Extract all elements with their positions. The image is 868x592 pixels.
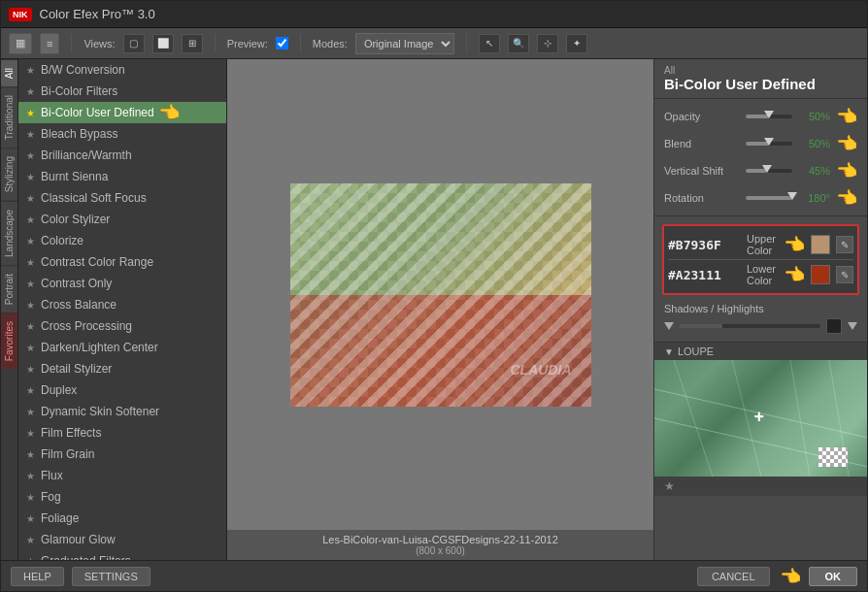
filter-contrast-color-range[interactable]: ★Contrast Color Range — [18, 251, 226, 273]
filter-detail-stylizer[interactable]: ★Detail Stylizer — [18, 358, 226, 379]
bottom-right: CANCEL 👈 OK — [697, 566, 857, 587]
filter-graduated-filters[interactable]: ★Graduated Filters — [18, 550, 226, 560]
upper-color-row: #B7936F Upper Color 👈 ✎ — [668, 230, 853, 259]
grid-view-btn[interactable]: ▦ — [9, 33, 32, 54]
toolbar: ▦ ≡ Views: ▢ ⬜ ⊞ Preview: Modes: Origina… — [1, 28, 867, 59]
zoom-tool-btn[interactable]: 🔍 — [508, 34, 529, 53]
shadows-swatch-dark — [826, 318, 842, 334]
extra-tool-btn[interactable]: ✦ — [566, 34, 587, 53]
filter-glamour-glow[interactable]: ★Glamour Glow — [18, 529, 226, 550]
vertical-shift-row: Vertical Shift 45% 👈 — [654, 157, 867, 184]
shadows-controls — [664, 318, 857, 334]
filter-bicolor-user-defined[interactable]: ★ Bi-Color User Defined 👈 — [18, 102, 226, 123]
loupe-image: + — [654, 360, 867, 477]
blend-hand-icon: 👈 — [836, 133, 857, 154]
filter-list: ★B/W Conversion ★Bi-Color Filters ★ Bi-C… — [18, 59, 227, 560]
rotation-fill — [746, 196, 792, 200]
filter-cross-processing[interactable]: ★Cross Processing — [18, 315, 226, 337]
shadows-label: Shadows / Highlights — [664, 303, 857, 314]
loupe-star-btn[interactable]: ★ — [664, 479, 675, 493]
blend-track[interactable] — [746, 142, 792, 146]
svg-line-4 — [790, 360, 810, 477]
lower-color-hex: #A23111 — [668, 268, 741, 282]
cancel-button[interactable]: CANCEL — [697, 567, 770, 586]
shadows-slider[interactable] — [680, 324, 820, 328]
loupe-header: ▼ LOUPE — [654, 342, 867, 360]
vertical-shift-thumb — [762, 165, 772, 173]
vertical-shift-track[interactable] — [746, 169, 792, 173]
preview-label: Preview: — [227, 38, 268, 49]
filter-brilliance-warmth[interactable]: ★Brilliance/Warmth — [18, 145, 226, 166]
rotation-track[interactable] — [746, 196, 792, 200]
separator-1 — [71, 34, 72, 53]
upper-color-label: Upper Color — [747, 233, 776, 256]
view-single-btn[interactable]: ▢ — [123, 34, 145, 53]
cursor-tool-btn[interactable]: ↖ — [479, 34, 500, 53]
filter-colorize[interactable]: ★Colorize — [18, 230, 226, 251]
opacity-thumb — [764, 111, 774, 118]
settings-button[interactable]: SETTINGS — [72, 567, 150, 586]
modes-label: Modes: — [313, 38, 348, 49]
cancel-hand-icon: 👈 — [780, 566, 801, 587]
filter-dynamic-skin-softener[interactable]: ★Dynamic Skin Softener — [18, 401, 226, 422]
preview-filename: Les-BiColor-van-Luisa-CGSFDesigns-22-11-… — [231, 534, 650, 545]
lower-color-edit-btn[interactable]: ✎ — [836, 266, 853, 283]
filter-foliage[interactable]: ★Foliage — [18, 508, 226, 529]
filter-burnt-sienna[interactable]: ★Burnt Sienna — [18, 166, 226, 187]
tab-favorites[interactable]: Favorites — [1, 312, 17, 369]
tab-stylizing[interactable]: Stylizing — [1, 148, 17, 200]
tab-landscape[interactable]: Landscape — [1, 201, 17, 265]
view-multi-btn[interactable]: ⊞ — [182, 34, 203, 53]
side-tabs: All Traditional Stylizing Landscape Port… — [1, 59, 18, 560]
app-title: Color Efex Pro™ 3.0 — [40, 7, 155, 21]
filter-color-stylizer[interactable]: ★Color Stylizer — [18, 209, 226, 230]
filter-cross-balance[interactable]: ★Cross Balance — [18, 294, 226, 315]
preview-image: CLAUDIA — [290, 183, 591, 407]
panel-title: Bi-Color User Defined — [664, 76, 857, 92]
panel-header: All Bi-Color User Defined — [654, 59, 867, 94]
upper-color-hex: #B7936F — [668, 238, 741, 252]
separator-4 — [466, 34, 467, 53]
filter-bicolor-filters[interactable]: ★Bi-Color Filters — [18, 81, 226, 102]
help-button[interactable]: HELP — [11, 567, 64, 586]
upper-color-swatch[interactable] — [811, 235, 830, 254]
loupe-triangle-icon: ▼ — [664, 346, 674, 357]
view-split-btn[interactable]: ⬜ — [152, 34, 174, 53]
blend-value: 50% — [796, 138, 830, 149]
views-label: Views: — [83, 38, 115, 49]
preview-area: CLAUDIA — [227, 59, 653, 530]
loupe-crosshair: + — [753, 411, 769, 426]
vertical-shift-label: Vertical Shift — [664, 165, 742, 177]
filter-darken-lighten-center[interactable]: ★Darken/Lighten Center — [18, 337, 226, 358]
list-view-btn[interactable]: ≡ — [40, 33, 59, 54]
filter-bleach-bypass[interactable]: ★Bleach Bypass — [18, 123, 226, 145]
tab-traditional[interactable]: Traditional — [1, 86, 17, 148]
lower-color-label: Lower Color — [747, 263, 776, 286]
lower-color-swatch[interactable] — [811, 265, 830, 284]
rotation-hand-icon: 👈 — [836, 187, 857, 209]
filter-film-effects[interactable]: ★Film Effects — [18, 422, 226, 444]
nik-logo: NIK — [9, 8, 32, 21]
rotation-row: Rotation 180° 👈 — [654, 184, 867, 212]
bottom-bar: HELP SETTINGS CANCEL 👈 OK — [1, 560, 867, 591]
main-content: All Traditional Stylizing Landscape Port… — [1, 59, 867, 560]
filter-duplex[interactable]: ★Duplex — [18, 379, 226, 401]
svg-line-2 — [674, 360, 713, 477]
ok-button[interactable]: OK — [809, 567, 858, 586]
opacity-track[interactable] — [746, 115, 792, 118]
preview-checkbox[interactable] — [276, 37, 288, 49]
tab-portrait[interactable]: Portrait — [1, 265, 17, 312]
tab-all[interactable]: All — [1, 59, 17, 86]
filter-classical-soft-focus[interactable]: ★Classical Soft Focus — [18, 187, 226, 209]
adjust-tool-btn[interactable]: ⊹ — [537, 34, 558, 53]
filter-film-grain[interactable]: ★Film Grain — [18, 444, 226, 465]
filter-contrast-only[interactable]: ★Contrast Only — [18, 273, 226, 294]
lower-color-row: #A23111 Lower Color 👈 ✎ — [668, 260, 853, 289]
filter-flux[interactable]: ★Flux — [18, 465, 226, 486]
app-window: NIK Color Efex Pro™ 3.0 ▦ ≡ Views: ▢ ⬜ ⊞… — [0, 0, 868, 592]
upper-color-edit-btn[interactable]: ✎ — [836, 236, 853, 253]
filter-fog[interactable]: ★Fog — [18, 486, 226, 508]
filter-items-container[interactable]: ★B/W Conversion ★Bi-Color Filters ★ Bi-C… — [18, 59, 226, 560]
modes-select[interactable]: Original Image — [355, 33, 454, 54]
filter-bw-conversion[interactable]: ★B/W Conversion — [18, 59, 226, 81]
